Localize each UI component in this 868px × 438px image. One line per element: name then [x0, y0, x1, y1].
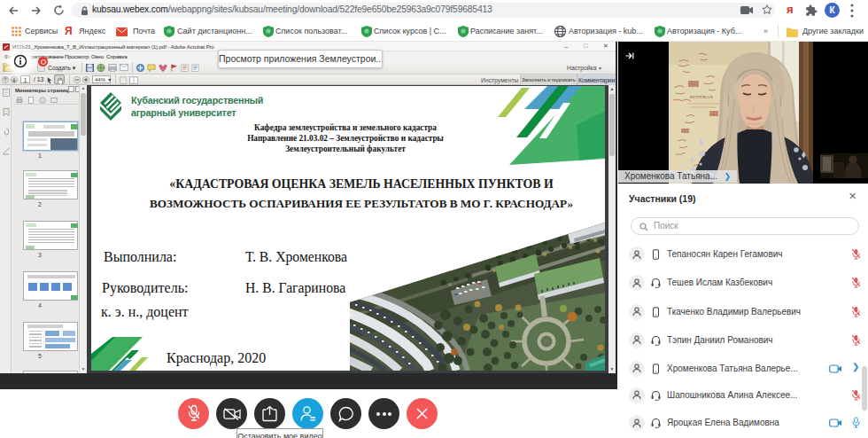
svg-text:PETITJEAN: PETITJEAN [690, 95, 713, 99]
